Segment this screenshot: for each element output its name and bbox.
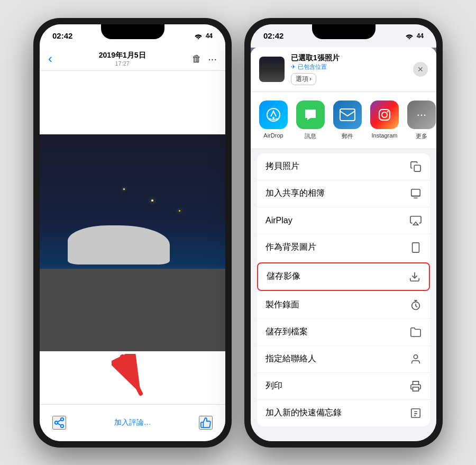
instagram-symbol (377, 107, 392, 122)
back-btn-left[interactable]: ‹ (48, 51, 52, 66)
location-icon: ✈ (291, 63, 296, 70)
svg-rect-11 (411, 189, 420, 196)
menu-wallpaper[interactable]: 作為背景圖片 (257, 234, 430, 261)
svg-rect-13 (413, 242, 419, 252)
messages-label: 訊息 (305, 132, 316, 140)
options-button[interactable]: 選項 › (291, 73, 316, 85)
mail-icon (333, 101, 362, 129)
messages-icon (296, 101, 325, 129)
mail-symbol (340, 108, 355, 121)
time-right: 02:42 (263, 31, 283, 40)
download-icon (409, 271, 420, 282)
thumbsup-icon (200, 417, 212, 428)
light-3 (123, 188, 125, 190)
status-icons-left: 44 (194, 32, 213, 40)
location-text: 已包含位置 (298, 63, 327, 71)
airport-scene (40, 134, 225, 351)
app-messages[interactable]: 訊息 (296, 101, 325, 140)
slideshow-label: 製作錄面 (266, 299, 299, 311)
menu-list: 拷貝照片 加入共享的相簿 (257, 153, 430, 426)
share-title: 已選取1張照片 (291, 53, 407, 63)
options-label: 選項 (296, 75, 308, 84)
light-2 (179, 210, 180, 212)
airplay-label: AirPlay (266, 216, 292, 225)
share-header: 已選取1張照片 ✈ 已包含位置 選項 › ✕ (251, 47, 436, 92)
light-1 (151, 199, 153, 202)
wifi-icon-left (194, 33, 203, 39)
photo-title: 2019年1月5日 17:27 (99, 51, 146, 67)
phone-icon (410, 242, 422, 253)
comment-label[interactable]: 加入評論… (114, 418, 151, 427)
more-icon: ··· (407, 101, 436, 129)
close-button[interactable]: ✕ (413, 62, 428, 77)
photo-time: 17:27 (99, 60, 146, 67)
svg-rect-6 (340, 109, 355, 121)
share-thumb-inner (259, 57, 285, 82)
menu-airplay[interactable]: AirPlay (257, 207, 430, 234)
nav-actions-left[interactable]: 🗑 ··· (192, 53, 217, 65)
more-label: 更多 (416, 132, 427, 140)
menu-save-image[interactable]: 儲存影像 (257, 262, 430, 291)
arrow-area (40, 351, 225, 404)
menu-slideshow[interactable]: 製作錄面 (257, 292, 430, 319)
tarmac (40, 269, 225, 351)
app-instagram[interactable]: Instagram (370, 101, 399, 140)
mail-label: 郵件 (342, 132, 353, 140)
menu-assign-contact[interactable]: 指定給聯絡人 (257, 346, 430, 373)
photo-date: 2019年1月5日 (99, 51, 146, 60)
svg-rect-18 (413, 387, 419, 390)
red-arrow (112, 354, 154, 402)
menu-quick-note[interactable]: 加入新的快速備忘錄 (257, 400, 430, 426)
airdrop-icon (259, 101, 288, 129)
notch-right (312, 24, 376, 39)
app-mail[interactable]: 郵件 (333, 101, 362, 140)
photo-img (40, 134, 225, 351)
menu-shared-album[interactable]: 加入共享的相簿 (257, 180, 430, 207)
app-icons-row: AirDrop 訊息 (251, 92, 436, 149)
background-area: 已選取1張照片 ✈ 已包含位置 選項 › ✕ (251, 48, 436, 441)
time-left: 02:42 (52, 31, 72, 40)
status-icons-right: 44 (405, 32, 424, 40)
wifi-icon-right (405, 33, 414, 39)
white-bottom (40, 351, 225, 404)
menu-print[interactable]: 列印 (257, 373, 430, 400)
share-thumb (259, 57, 285, 82)
instagram-label: Instagram (372, 132, 398, 139)
share-sheet-content: 拷貝照片 加入共享的相簿 (251, 153, 436, 441)
options-chevron: › (309, 75, 312, 83)
share-subtitle: ✈ 已包含位置 (291, 63, 407, 71)
share-info: 已選取1張照片 ✈ 已包含位置 選項 › (291, 53, 407, 85)
svg-line-2 (122, 357, 141, 394)
bottom-toolbar-left: 加入評論… (40, 404, 225, 441)
quick-note-label: 加入新的快速備忘錄 (266, 407, 342, 418)
airplay-icon (410, 215, 422, 226)
app-airdrop[interactable]: AirDrop (259, 101, 288, 140)
white-top (40, 71, 225, 134)
svg-point-8 (382, 112, 387, 117)
instagram-icon (370, 101, 399, 129)
notch-left (101, 24, 164, 39)
share-sheet: 已選取1張照片 ✈ 已包含位置 選項 › ✕ (251, 47, 436, 441)
wallpaper-label: 作為背景圖片 (266, 242, 316, 253)
svg-point-0 (197, 38, 199, 39)
app-more[interactable]: ··· 更多 (407, 101, 436, 140)
shared-album-label: 加入共享的相簿 (266, 188, 325, 199)
svg-point-17 (414, 354, 417, 358)
plane-body (68, 225, 170, 265)
menu-save-files[interactable]: 儲存到檔案 (257, 319, 430, 346)
photo-area (40, 71, 225, 404)
status-bar-left: 02:42 44 (40, 24, 225, 48)
close-icon: ✕ (417, 65, 424, 74)
assign-contact-label: 指定給聯絡人 (266, 353, 316, 364)
copy-photo-label: 拷貝照片 (266, 161, 299, 172)
note-icon (410, 407, 422, 419)
print-icon (410, 380, 422, 392)
share-button[interactable] (52, 416, 66, 430)
svg-point-3 (408, 38, 410, 39)
like-button[interactable] (199, 416, 213, 430)
save-image-label: 儲存影像 (267, 271, 300, 282)
menu-copy-photo[interactable]: 拷貝照片 (257, 153, 430, 180)
right-phone: 02:42 44 (244, 18, 443, 448)
battery-left: 44 (206, 32, 213, 40)
folder-icon (410, 326, 422, 338)
